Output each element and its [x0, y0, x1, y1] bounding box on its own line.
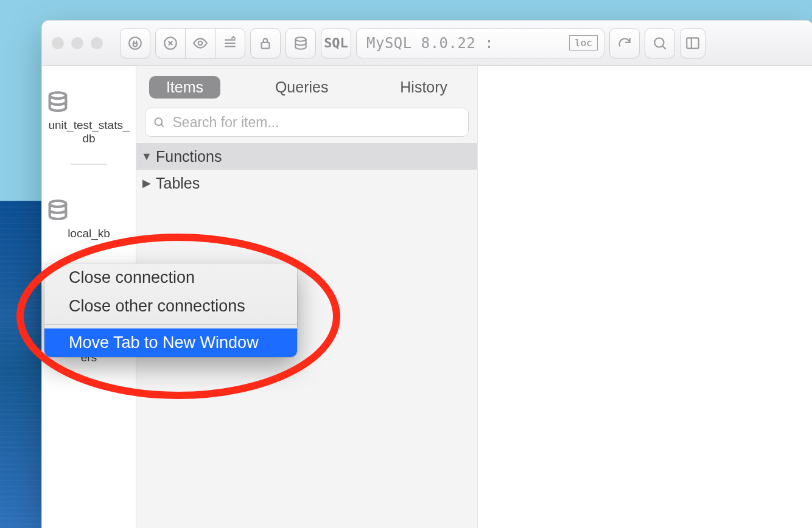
- tab-history[interactable]: History: [383, 76, 464, 99]
- connection-item-local-kb[interactable]: local_kb: [42, 192, 136, 248]
- chevron-right-icon: ▶: [141, 176, 152, 190]
- sql-label: SQL: [324, 35, 348, 50]
- svg-point-2: [198, 41, 203, 45]
- tree-group-functions[interactable]: ▼ Functions: [136, 143, 477, 170]
- preview-button[interactable]: [185, 28, 215, 58]
- cancel-icon: [163, 35, 178, 51]
- refresh-button[interactable]: [609, 28, 640, 58]
- main-content-area: [478, 66, 812, 528]
- tab-queries[interactable]: Queries: [258, 76, 346, 99]
- svg-rect-6: [687, 38, 699, 48]
- location-badge: loc: [569, 35, 598, 50]
- search-icon: [153, 116, 166, 129]
- tree-label: Tables: [156, 175, 200, 192]
- svg-point-10: [155, 118, 162, 125]
- menu-close-other-connections[interactable]: Close other connections: [44, 292, 297, 321]
- toolbar-group-view: [155, 28, 245, 58]
- sql-editor-button[interactable]: SQL: [321, 28, 351, 58]
- database-button[interactable]: [285, 28, 316, 58]
- database-icon: [46, 198, 132, 222]
- window-minimize-button[interactable]: [71, 37, 83, 49]
- connection-text: MySQL 8.0.22 :: [366, 35, 562, 52]
- database-icon: [46, 89, 132, 114]
- menu-move-tab-new-window[interactable]: Move Tab to New Window: [44, 328, 297, 357]
- panel-toggle-button[interactable]: [680, 28, 705, 58]
- connection-context-menu: Close connection Close other connections…: [44, 263, 297, 357]
- tree-group-tables[interactable]: ▶ Tables: [136, 170, 477, 196]
- database-icon: [293, 35, 309, 51]
- item-search-input[interactable]: [172, 114, 461, 131]
- connection-item-unit-test-stats-db[interactable]: unit_test_stats_db: [42, 83, 136, 153]
- item-search[interactable]: [145, 108, 469, 137]
- window-close-button[interactable]: [52, 37, 64, 49]
- sort-lines-icon: [222, 35, 238, 51]
- search-icon: [652, 35, 668, 51]
- panel-tabbar: Items Queries History: [136, 66, 477, 104]
- tree-label: Functions: [156, 148, 222, 165]
- lock-icon: [257, 35, 273, 51]
- menu-close-connection[interactable]: Close connection: [44, 263, 297, 292]
- window-zoom-button[interactable]: [91, 37, 103, 49]
- menu-separator: [44, 324, 297, 325]
- sidebar-separator: [71, 164, 107, 165]
- connection-label: unit_test_stats_db: [48, 119, 129, 145]
- toolbar: SQL MySQL 8.0.22 : loc: [42, 21, 812, 66]
- eye-icon: [192, 35, 208, 51]
- refresh-icon: [617, 35, 632, 51]
- sort-button[interactable]: [215, 28, 245, 58]
- svg-rect-3: [262, 42, 270, 48]
- plug-icon: [127, 35, 143, 51]
- connect-button[interactable]: [120, 28, 150, 58]
- svg-point-4: [295, 37, 306, 41]
- connection-label: local_kb: [68, 227, 110, 240]
- svg-point-8: [50, 201, 66, 207]
- lock-button[interactable]: [250, 28, 281, 58]
- svg-point-7: [50, 92, 66, 99]
- window-controls: [52, 37, 103, 49]
- search-button[interactable]: [645, 28, 675, 58]
- svg-point-5: [654, 38, 663, 47]
- chevron-down-icon: ▼: [141, 150, 152, 163]
- panel-icon: [685, 35, 701, 51]
- cancel-button[interactable]: [155, 28, 186, 58]
- tab-items[interactable]: Items: [149, 76, 220, 99]
- search-wrap: [136, 104, 477, 143]
- connection-display[interactable]: MySQL 8.0.22 : loc: [356, 28, 604, 58]
